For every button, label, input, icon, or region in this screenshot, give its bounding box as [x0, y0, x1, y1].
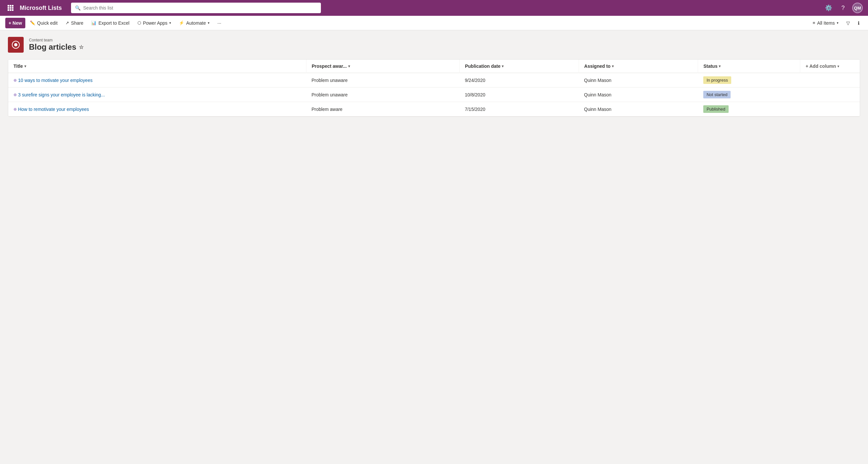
favorite-star-icon[interactable]: ☆	[79, 44, 84, 50]
svg-rect-8	[12, 9, 13, 11]
automate-icon: ⚡	[179, 21, 184, 25]
row-expand-icon[interactable]: ⊕	[13, 92, 17, 97]
col-assigned-to[interactable]: Assigned to ▾	[579, 60, 698, 73]
data-table-container: Title ▾ Prospect awar... ▾ Publication d…	[8, 59, 860, 117]
row2-title-cell[interactable]: ⊕ 3 surefire signs your employee is lack…	[8, 88, 306, 102]
top-bar: Microsoft Lists 🔍 ⚙️ ? QM	[0, 0, 868, 16]
col-title[interactable]: Title ▾	[8, 60, 306, 73]
row1-empty-cell	[800, 73, 860, 88]
row3-status-cell: Published	[698, 102, 800, 116]
row3-assigned-cell: Quinn Mason	[579, 102, 698, 116]
share-icon: ↗	[65, 21, 69, 25]
assigned-sort-icon: ▾	[612, 64, 614, 68]
more-button[interactable]: ···	[214, 18, 224, 28]
row-expand-icon[interactable]: ⊕	[13, 78, 17, 83]
title-sort-icon: ▾	[24, 64, 26, 68]
status-sort-icon: ▾	[719, 64, 721, 68]
export-button[interactable]: 📊 Export to Excel	[88, 18, 132, 28]
power-apps-button[interactable]: ⬡ Power Apps ▾	[134, 18, 175, 28]
toolbar-right: ≡ All Items ▾ ▽ ℹ	[809, 18, 863, 28]
info-icon: ℹ	[858, 21, 860, 26]
help-icon[interactable]: ?	[838, 3, 848, 13]
automate-button[interactable]: ⚡ Automate ▾	[176, 18, 213, 28]
table-row: ⊕ How to remotivate your employees Probl…	[8, 102, 860, 116]
search-bar[interactable]: 🔍	[71, 3, 321, 13]
row1-assigned-cell: Quinn Mason	[579, 73, 698, 88]
status-badge: In progress	[703, 76, 731, 84]
data-table: Title ▾ Prospect awar... ▾ Publication d…	[8, 60, 860, 116]
add-column-button[interactable]: + Add column ▾	[806, 63, 855, 69]
filter-lines-icon: ≡	[813, 21, 815, 25]
svg-rect-7	[10, 9, 11, 11]
add-column-chevron: ▾	[837, 64, 839, 68]
toolbar: + New ✏️ Quick edit ↗ Share 📊 Export to …	[0, 16, 868, 30]
row2-assigned-cell: Quinn Mason	[579, 88, 698, 102]
list-icon	[8, 37, 24, 53]
waffle-menu-button[interactable]	[5, 3, 16, 13]
svg-rect-5	[12, 7, 13, 9]
row2-empty-cell	[800, 88, 860, 102]
search-input[interactable]	[83, 5, 317, 10]
all-items-chevron: ▾	[837, 21, 838, 25]
list-meta: Content team Blog articles ☆	[29, 38, 84, 52]
col-prospect[interactable]: Prospect awar... ▾	[306, 60, 460, 73]
table-row: ⊕ 3 surefire signs your employee is lack…	[8, 88, 860, 102]
user-avatar[interactable]: QM	[852, 3, 863, 13]
col-publication-date[interactable]: Publication date ▾	[460, 60, 579, 73]
row3-date-cell: 7/15/2020	[460, 102, 579, 116]
prospect-sort-icon: ▾	[348, 64, 350, 68]
list-team: Content team	[29, 38, 84, 42]
list-title: Blog articles ☆	[29, 42, 84, 52]
page-content: Content team Blog articles ☆ Title ▾	[0, 30, 868, 123]
quick-edit-icon: ✏️	[30, 21, 35, 25]
export-icon: 📊	[91, 21, 96, 25]
settings-icon[interactable]: ⚙️	[823, 3, 834, 13]
automate-chevron: ▾	[208, 21, 210, 25]
row3-empty-cell	[800, 102, 860, 116]
row1-date-cell: 9/24/2020	[460, 73, 579, 88]
status-badge: Not started	[703, 91, 731, 98]
list-header: Content team Blog articles ☆	[8, 37, 860, 53]
svg-rect-1	[10, 5, 11, 7]
quick-edit-button[interactable]: ✏️ Quick edit	[27, 18, 61, 28]
row1-title-cell[interactable]: ⊕ 10 ways to motivate your employees	[8, 73, 306, 88]
all-items-button[interactable]: ≡ All Items ▾	[809, 18, 842, 28]
svg-rect-2	[12, 5, 13, 7]
power-apps-chevron: ▾	[169, 21, 171, 25]
new-button[interactable]: + New	[5, 18, 25, 28]
info-button[interactable]: ℹ	[855, 18, 863, 28]
power-apps-icon: ⬡	[137, 21, 141, 25]
row2-status-cell: Not started	[698, 88, 800, 102]
svg-rect-3	[7, 7, 9, 9]
svg-rect-0	[7, 5, 9, 7]
row2-prospect-cell: Problem unaware	[306, 88, 460, 102]
row1-prospect-cell: Problem unaware	[306, 73, 460, 88]
col-add-column[interactable]: + Add column ▾	[800, 60, 860, 73]
filter-button[interactable]: ▽	[843, 18, 853, 28]
row-expand-icon[interactable]: ⊕	[13, 107, 17, 112]
svg-rect-6	[7, 9, 9, 11]
top-bar-right: ⚙️ ? QM	[823, 3, 863, 13]
app-title: Microsoft Lists	[20, 5, 62, 11]
table-header-row: Title ▾ Prospect awar... ▾ Publication d…	[8, 60, 860, 73]
row3-title-cell[interactable]: ⊕ How to remotivate your employees	[8, 102, 306, 116]
status-badge: Published	[703, 105, 728, 113]
search-icon: 🔍	[75, 5, 81, 10]
table-row: ⊕ 10 ways to motivate your employees Pro…	[8, 73, 860, 88]
row3-prospect-cell: Problem aware	[306, 102, 460, 116]
col-status[interactable]: Status ▾	[698, 60, 800, 73]
svg-rect-4	[10, 7, 11, 9]
row1-status-cell: In progress	[698, 73, 800, 88]
share-button[interactable]: ↗ Share	[62, 18, 87, 28]
filter-icon: ▽	[846, 21, 850, 26]
svg-point-10	[14, 43, 18, 47]
row2-date-cell: 10/8/2020	[460, 88, 579, 102]
date-sort-icon: ▾	[502, 64, 504, 68]
